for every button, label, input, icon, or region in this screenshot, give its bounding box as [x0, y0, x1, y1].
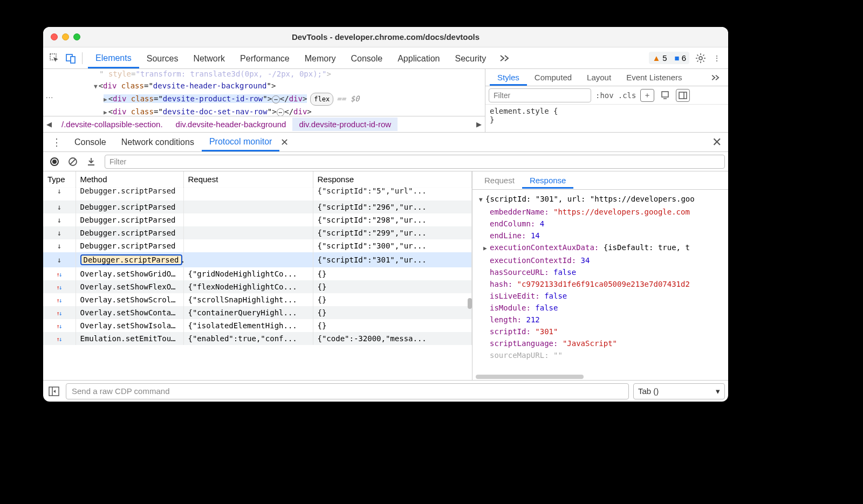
- protocol-toolbar: Filter: [43, 152, 728, 171]
- caret-right-icon[interactable]: ▶: [104, 94, 107, 106]
- breadcrumb-item[interactable]: /.devsite-collapsible-section.: [55, 118, 169, 131]
- breadcrumb-prev-icon[interactable]: ◀: [43, 120, 55, 128]
- dom-tree[interactable]: " style="transform: translate3d(0px, -/2…: [43, 69, 485, 116]
- table-row[interactable]: ↑↓Overlay.setShowConta...{"containerQuer…: [43, 306, 472, 319]
- window-controls: [43, 33, 80, 40]
- table-scrollbar[interactable]: [468, 298, 472, 309]
- tab-security[interactable]: Security: [447, 49, 494, 68]
- bidir-icon: ↑↓: [56, 271, 62, 278]
- detail-h-scrollbar[interactable]: [476, 375, 584, 379]
- incoming-icon: ↓: [57, 203, 61, 211]
- table-row[interactable]: ↓Debugger.scriptParsed{"scriptId":"298",…: [43, 213, 472, 226]
- tab-request-detail[interactable]: Request: [477, 172, 522, 188]
- tab-performance[interactable]: Performance: [232, 49, 297, 68]
- incoming-icon: ↓: [57, 241, 61, 250]
- protocol-filter-input[interactable]: Filter: [105, 155, 725, 169]
- element-style[interactable]: element.style { }: [485, 105, 728, 126]
- elements-row: " style="transform: translate3d(0px, -/2…: [43, 69, 728, 133]
- tab-console-top[interactable]: Console: [343, 49, 390, 68]
- breadcrumb-item-active[interactable]: div.devsite-product-id-row: [292, 118, 398, 131]
- drawer-kebab-icon[interactable]: ⋮: [46, 136, 67, 148]
- caret-down-icon[interactable]: ▼: [94, 81, 98, 93]
- tab-event-listeners[interactable]: Event Listeners: [619, 70, 689, 85]
- table-row[interactable]: ↓Debugger.scriptParsed{"scriptId":"5","u…: [43, 184, 472, 198]
- table-row[interactable]: ↓Debugger.scriptParsed{"scriptId":"301",…: [43, 252, 472, 267]
- download-icon[interactable]: [83, 154, 99, 170]
- window-title: DevTools - developer.chrome.com/docs/dev…: [43, 32, 728, 42]
- table-row[interactable]: ↑↓Overlay.setShowIsolat...{"isolatedElem…: [43, 319, 472, 332]
- incoming-icon: ↓: [57, 229, 61, 237]
- tab-memory[interactable]: Memory: [297, 49, 344, 68]
- detail-body[interactable]: ▼{scriptId: "301", url: "https://develop…: [472, 190, 728, 380]
- devtools-window: DevTools - developer.chrome.com/docs/dev…: [43, 27, 728, 402]
- settings-icon[interactable]: [693, 50, 709, 66]
- cls-toggle[interactable]: .cls: [618, 91, 636, 100]
- protocol-table[interactable]: Type Method Request Response ↓Debugger.s…: [43, 171, 472, 345]
- detail-tabs: Request Response: [472, 171, 728, 190]
- breadcrumb-next-icon[interactable]: ▶: [473, 120, 485, 128]
- table-row[interactable]: ↑↓Emulation.setEmitTouc...{"enabled":tru…: [43, 332, 472, 345]
- tab-application[interactable]: Application: [390, 49, 447, 68]
- flex-badge[interactable]: flex: [310, 93, 333, 106]
- record-icon[interactable]: [46, 154, 63, 170]
- minimize-icon[interactable]: [62, 33, 69, 40]
- tab-network[interactable]: Network: [186, 49, 232, 68]
- collapsed-icon[interactable]: ⋯: [277, 108, 285, 116]
- incoming-icon: ↓: [57, 256, 61, 264]
- bidir-icon: ↑↓: [56, 310, 62, 317]
- clear-icon[interactable]: [65, 154, 81, 170]
- svg-line-10: [70, 159, 76, 164]
- close-drawer-icon[interactable]: ✕: [712, 135, 725, 149]
- breadcrumb: ◀ /.devsite-collapsible-section. div.dev…: [43, 116, 485, 132]
- caret-down-icon[interactable]: ▼: [479, 194, 485, 206]
- table-row[interactable]: ↑↓Overlay.setShowFlexO...{"flexNodeHighl…: [43, 280, 472, 293]
- svg-rect-2: [71, 57, 75, 63]
- tab-console[interactable]: Console: [67, 133, 114, 151]
- styles-filter-input[interactable]: Filter: [489, 88, 591, 102]
- hov-toggle[interactable]: :hov: [595, 91, 614, 100]
- chevron-down-icon: ▾: [716, 386, 720, 396]
- breadcrumb-item[interactable]: div.devsite-header-background: [169, 118, 293, 131]
- footer: Send a raw CDP command Tab () ▾: [43, 380, 728, 402]
- styles-toolbar: Filter :hov .cls ＋: [485, 86, 728, 105]
- bidir-icon: ↑↓: [56, 323, 62, 330]
- cdp-command-input[interactable]: Send a raw CDP command: [66, 383, 629, 399]
- table-row[interactable]: ↓Debugger.scriptParsed{"scriptId":"296",…: [43, 201, 472, 213]
- protocol-table-wrap: Type Method Request Response ↓Debugger.s…: [43, 171, 472, 380]
- tab-styles[interactable]: Styles: [490, 70, 527, 86]
- main-tabs: Elements Sources Network Performance Mem…: [88, 48, 513, 68]
- css-rule-open: element.style {: [490, 107, 724, 115]
- close-icon[interactable]: [51, 33, 58, 40]
- table-row[interactable]: ↓Debugger.scriptParsed{"scriptId":"299",…: [43, 226, 472, 239]
- inspect-icon[interactable]: [46, 50, 63, 66]
- target-selector-label: Tab (): [638, 386, 659, 396]
- collapsed-icon[interactable]: ⋯: [272, 95, 280, 103]
- more-tabs-icon[interactable]: [497, 50, 513, 66]
- tab-layout[interactable]: Layout: [579, 70, 619, 85]
- tab-response-detail[interactable]: Response: [522, 172, 574, 189]
- tab-computed[interactable]: Computed: [527, 70, 579, 85]
- caret-right-icon[interactable]: ▶: [483, 243, 490, 254]
- table-row[interactable]: ↑↓Overlay.setShowGridO...{"gridNodeHighl…: [43, 267, 472, 280]
- tab-protocol-monitor[interactable]: Protocol monitor: [202, 133, 280, 151]
- zoom-icon[interactable]: [73, 33, 80, 40]
- kebab-icon[interactable]: ⋮: [709, 50, 725, 66]
- tab-network-conditions[interactable]: Network conditions: [114, 133, 202, 151]
- panel-toggle-icon[interactable]: [46, 384, 61, 399]
- toggle-device-icon[interactable]: [63, 50, 79, 66]
- tab-elements[interactable]: Elements: [88, 48, 139, 68]
- more-tabs-icon[interactable]: [708, 70, 724, 86]
- tab-sources[interactable]: Sources: [139, 49, 186, 68]
- warning-count: 5: [662, 53, 667, 63]
- caret-right-icon[interactable]: ▶: [104, 107, 107, 116]
- target-selector[interactable]: Tab () ▾: [633, 383, 725, 399]
- add-rule-icon[interactable]: ＋: [640, 89, 654, 102]
- incoming-icon: ↓: [57, 187, 61, 195]
- css-rule-close: }: [490, 115, 724, 124]
- table-row[interactable]: ↑↓Overlay.setShowScroll...{"scrollSnapHi…: [43, 293, 472, 306]
- issues-badges[interactable]: ▲ 5 ■ 6: [649, 52, 689, 64]
- table-row[interactable]: ↓Debugger.scriptParsed{"scriptId":"300",…: [43, 239, 472, 252]
- device-icon[interactable]: [659, 89, 672, 102]
- panel-toggle-icon[interactable]: [676, 89, 690, 102]
- close-tab-icon[interactable]: ✕: [280, 136, 289, 148]
